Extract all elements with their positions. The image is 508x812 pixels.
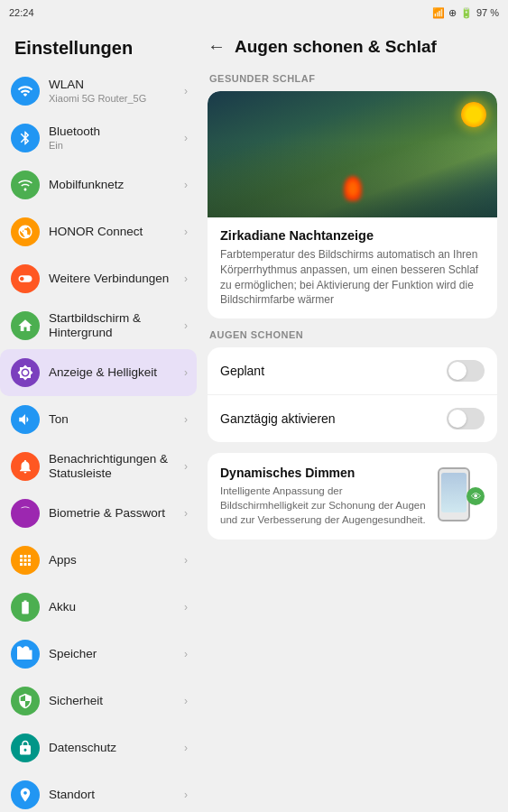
sidebar-item-speicher[interactable]: Speicher › xyxy=(0,631,197,678)
speicher-chevron: › xyxy=(184,648,188,660)
speicher-label: Speicher xyxy=(49,647,182,661)
dynamisches-dimmen-card[interactable]: Dynamisches Dimmen Intelligente Anpassun… xyxy=(208,453,497,540)
apps-icon xyxy=(11,546,40,575)
akku-chevron: › xyxy=(184,601,188,614)
sidebar-item-apps[interactable]: Apps › xyxy=(0,537,197,584)
biometrie-icon xyxy=(11,499,40,528)
sidebar-item-mobilfunknetz[interactable]: Mobilfunknetz › xyxy=(0,161,197,208)
ton-chevron: › xyxy=(184,413,188,426)
sidebar-item-anzeige[interactable]: Anzeige & Helligkeit › xyxy=(0,349,197,396)
benachrichtigungen-icon xyxy=(11,452,40,481)
back-button[interactable]: ← xyxy=(208,36,226,57)
sidebar-item-biometrie[interactable]: Biometrie & Passwort › xyxy=(0,490,197,537)
ton-icon xyxy=(11,405,40,434)
fire-illustration xyxy=(344,176,362,201)
wlan-label: WLAN Xiaomi 5G Router_5G xyxy=(49,78,182,104)
anzeige-label: Anzeige & Helligkeit xyxy=(49,365,182,380)
startbildschirm-label: Startbildschirm & Hintergrund xyxy=(49,311,182,340)
ganztaegig-label: Ganztägig aktivieren xyxy=(220,411,336,426)
standort-label: Standort xyxy=(49,788,182,802)
bluetooth-status-icon: 📶 xyxy=(432,7,445,19)
sicherheit-icon xyxy=(11,687,40,715)
bluetooth-chevron: › xyxy=(184,132,188,144)
augen-schonen-label: AUGEN SCHONEN xyxy=(208,329,497,340)
augen-schonen-card: Geplant Ganztägig aktivieren xyxy=(208,347,497,442)
akku-label: Akku xyxy=(49,600,182,614)
sidebar: Einstellungen WLAN Xiaomi 5G Router_5G ›… xyxy=(0,25,197,812)
honor-connect-label: HONOR Connect xyxy=(49,225,182,239)
datenschutz-label: Datenschutz xyxy=(49,741,182,755)
mobilfunknetz-label: Mobilfunknetz xyxy=(49,178,182,192)
landscape-hero-image xyxy=(208,91,497,217)
datenschutz-chevron: › xyxy=(184,742,188,754)
standort-chevron: › xyxy=(184,789,188,801)
sidebar-item-wlan[interactable]: WLAN Xiaomi 5G Router_5G › xyxy=(0,68,197,115)
phone-screen xyxy=(441,473,466,512)
sidebar-title: Einstellungen xyxy=(0,25,197,68)
anzeige-chevron: › xyxy=(184,366,188,379)
right-header: ← Augen schonen & Schlaf xyxy=(208,25,497,69)
startbildschirm-chevron: › xyxy=(184,319,188,332)
right-panel-title: Augen schonen & Schlaf xyxy=(235,37,437,57)
main-layout: Einstellungen WLAN Xiaomi 5G Router_5G ›… xyxy=(0,25,508,812)
weitere-verbindungen-label: Weitere Verbindungen xyxy=(49,272,182,286)
sidebar-item-ton[interactable]: Ton › xyxy=(0,396,197,443)
sidebar-item-weitere-verbindungen[interactable]: Weitere Verbindungen › xyxy=(0,255,197,302)
sicherheit-chevron: › xyxy=(184,695,188,707)
akku-icon xyxy=(11,593,40,622)
battery-icon: 🔋 xyxy=(460,7,473,19)
status-icons: 📶 ⊕ 🔋 97 % xyxy=(432,7,499,19)
sidebar-item-standort[interactable]: Standort › xyxy=(0,771,197,812)
standort-icon xyxy=(11,780,40,809)
dimmen-title: Dynamisches Dimmen xyxy=(220,466,427,480)
mobilfunknetz-icon xyxy=(11,171,40,199)
ganztaegig-row: Ganztägig aktivieren xyxy=(208,395,497,442)
biometrie-label: Biometrie & Passwort xyxy=(49,506,182,521)
speicher-icon xyxy=(11,640,40,669)
bluetooth-icon xyxy=(11,124,40,152)
sidebar-item-startbildschirm[interactable]: Startbildschirm & Hintergrund › xyxy=(0,302,197,349)
honor-connect-icon xyxy=(11,217,40,246)
zirkadiane-card-content: Zirkadiane Nachtanzeige Farbtemperatur d… xyxy=(208,217,497,318)
battery-percent: 97 % xyxy=(476,7,499,18)
dimmen-text: Dynamisches Dimmen Intelligente Anpassun… xyxy=(220,466,427,527)
zirkadiane-title: Zirkadiane Nachtanzeige xyxy=(220,228,485,243)
wifi-status-icon: ⊕ xyxy=(448,7,457,19)
ton-label: Ton xyxy=(49,412,182,427)
wlan-icon xyxy=(11,77,40,106)
phone-illustration xyxy=(438,467,470,521)
zirkadiane-card: Zirkadiane Nachtanzeige Farbtemperatur d… xyxy=(208,91,497,318)
apps-chevron: › xyxy=(184,554,188,567)
sidebar-item-datenschutz[interactable]: Datenschutz › xyxy=(0,724,197,771)
sidebar-item-bluetooth[interactable]: Bluetooth Ein › xyxy=(0,115,197,161)
apps-label: Apps xyxy=(49,553,182,567)
zirkadiane-description: Farbtemperatur des Bildschirms automatis… xyxy=(220,247,485,308)
sidebar-item-honor-connect[interactable]: HONOR Connect › xyxy=(0,208,197,255)
benachrichtigungen-label: Benachrichtigungen & Statusleiste xyxy=(49,452,182,481)
biometrie-chevron: › xyxy=(184,507,188,520)
dimmen-illustration: 👁 xyxy=(438,467,485,525)
wlan-chevron: › xyxy=(184,85,188,97)
weitere-verbindungen-chevron: › xyxy=(184,272,188,285)
geplant-row: Geplant xyxy=(208,347,497,395)
sicherheit-label: Sicherheit xyxy=(49,694,182,708)
anzeige-icon xyxy=(11,358,40,387)
status-time: 22:24 xyxy=(9,7,34,18)
honor-connect-chevron: › xyxy=(184,226,188,238)
datenschutz-icon xyxy=(11,734,40,762)
status-bar: 22:24 📶 ⊕ 🔋 97 % xyxy=(0,0,508,25)
sidebar-item-sicherheit[interactable]: Sicherheit › xyxy=(0,678,197,724)
eye-illustration: 👁 xyxy=(466,487,485,505)
weitere-verbindungen-icon xyxy=(11,264,40,293)
geplant-toggle[interactable] xyxy=(447,360,485,382)
bluetooth-label: Bluetooth Ein xyxy=(49,125,182,151)
right-panel: ← Augen schonen & Schlaf GESUNDER SCHLAF… xyxy=(197,25,508,812)
mobilfunknetz-chevron: › xyxy=(184,179,188,191)
startbildschirm-icon xyxy=(11,311,40,340)
benachrichtigungen-chevron: › xyxy=(184,460,188,473)
gesunder-schlaf-label: GESUNDER SCHLAF xyxy=(208,73,497,84)
ganztaegig-toggle[interactable] xyxy=(447,408,485,429)
sidebar-item-akku[interactable]: Akku › xyxy=(0,584,197,631)
dimmen-description: Intelligente Anpassung der Bildschirmhel… xyxy=(220,484,427,527)
sidebar-item-benachrichtigungen[interactable]: Benachrichtigungen & Statusleiste › xyxy=(0,443,197,490)
